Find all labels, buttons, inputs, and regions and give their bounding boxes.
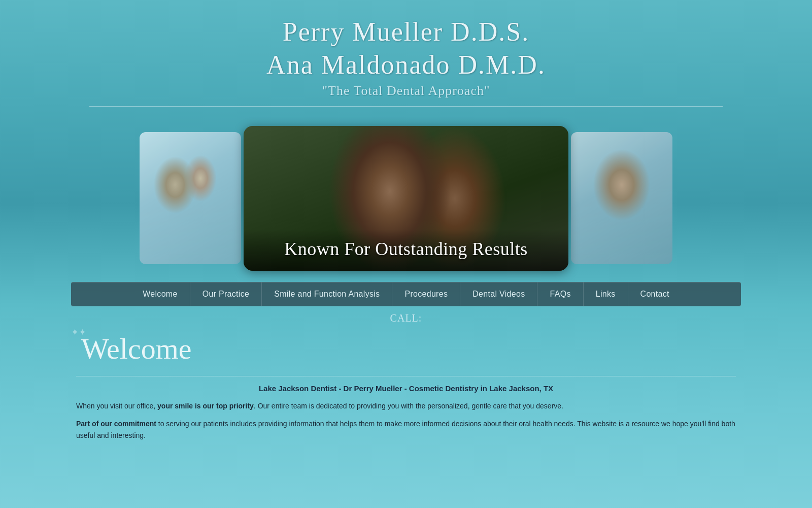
header-divider [89,106,723,107]
nav-item-dental-videos[interactable]: Dental Videos [460,282,537,306]
woman-photo [571,132,672,264]
nav-item-contact[interactable]: Contact [628,282,682,306]
doctor-name-line1: Perry Mueller D.D.S. Ana Maldonado D.M.D… [10,15,802,81]
welcome-paragraph-1: When you visit our office, your smile is… [76,400,736,412]
welcome-subtitle: Lake Jackson Dentist - Dr Perry Mueller … [76,384,736,393]
site-header: Perry Mueller D.D.S. Ana Maldonado D.M.D… [0,0,812,117]
welcome-body: When you visit our office, your smile is… [76,400,736,441]
hero-wrapper: Known For Outstanding Results [140,122,672,274]
nav-item-smile-analysis[interactable]: Smile and Function Analysis [262,282,392,306]
paragraph1-suffix: . Our entire team is dedicated to provid… [254,402,563,410]
hero-center-image: Known For Outstanding Results [244,126,568,271]
paragraph1-prefix: When you visit our office, [76,402,157,410]
nav-item-procedures[interactable]: Procedures [392,282,460,306]
nav-item-faqs[interactable]: FAQs [537,282,583,306]
hero-side-left-image [140,132,241,264]
welcome-paragraph-2: Part of our commitment to serving our pa… [76,418,736,441]
call-label: CALL: [390,312,422,324]
nav-item-welcome[interactable]: Welcome [130,282,190,306]
call-section: CALL: [0,306,812,327]
nav-item-our-practice[interactable]: Our Practice [190,282,262,306]
hero-overlay-text: Known For Outstanding Results [284,239,528,259]
hero-overlay: Known For Outstanding Results [244,229,568,271]
nav-item-links[interactable]: Links [584,282,628,306]
welcome-title: Welcome [76,332,736,366]
site-tagline: "The Total Dental Approach" [10,83,802,99]
hero-side-right-image [571,132,672,264]
family-photo [140,132,241,264]
paragraph1-bold: your smile is our top priority [157,402,254,410]
paragraph2-bold: Part of our commitment [76,420,156,428]
main-navigation: Welcome Our Practice Smile and Function … [71,282,741,306]
welcome-section: Welcome Lake Jackson Dentist - Dr Perry … [0,327,812,463]
welcome-divider [76,376,736,376]
paragraph2-suffix: to serving our patients includes providi… [76,420,735,439]
hero-section: Known For Outstanding Results [0,117,812,282]
